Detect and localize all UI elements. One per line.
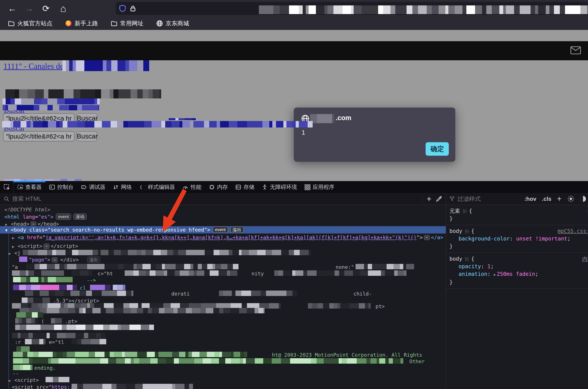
markup-redaction: [15, 324, 154, 330]
add-rule-button[interactable]: +: [557, 194, 561, 203]
bookmark-item-3[interactable]: 常用网址: [111, 20, 144, 27]
markup-fragment: derati: [171, 291, 190, 297]
rule-selector[interactable]: 元素: [449, 208, 460, 214]
tab-label: 调试器: [89, 183, 105, 191]
devtools-tab-控制台[interactable]: 控制台: [45, 181, 77, 193]
css-rule[interactable]: 元素{内}: [446, 205, 588, 225]
address-bar[interactable]: [116, 2, 588, 15]
markup-row[interactable]: ▶<j: [0, 250, 446, 257]
rule-property[interactable]: opacity: 1;: [449, 262, 588, 270]
markup-badge[interactable]: event: [56, 214, 71, 220]
bookmark-item-1[interactable]: 火狐官方站点: [8, 20, 53, 27]
markup-view[interactable]: <!DOCTYPE html><html lang="es">event滚动▶<…: [0, 205, 446, 389]
markup-row[interactable]: <html lang="es">event滚动: [0, 214, 446, 220]
markup-redaction: [13, 365, 32, 370]
markup-segment: =: [35, 214, 38, 220]
devtools-tab-网络[interactable]: 网络: [109, 181, 135, 193]
urlbar-redaction: [259, 5, 588, 14]
dark-mode-icon[interactable]: [579, 195, 587, 202]
search-placeholder: 搜索 HTML: [12, 195, 41, 203]
markup-row[interactable]: ▶<script>⋯</script>: [0, 243, 446, 250]
bookmark-label: 京东商城: [166, 20, 189, 27]
devtools-tab-样式编辑器[interactable]: { }样式编辑器: [135, 181, 179, 193]
markup-row[interactable]: "page">⋯</div>溢出: [0, 257, 446, 263]
expand-ellipsis[interactable]: ⋯: [31, 222, 36, 227]
selector-highlighter-icon[interactable]: [465, 257, 468, 261]
style-filter-bar[interactable]: 过滤样式 :hov .cls +: [446, 193, 588, 205]
markup-row[interactable]: [0, 333, 446, 340]
markup-row[interactable]: -->: [0, 277, 446, 284]
bookmark-label: 火狐官方站点: [17, 20, 53, 27]
rule-property[interactable]: background-color: unset !important;: [449, 235, 588, 242]
search-input-2[interactable]: [3, 131, 75, 141]
forward-icon[interactable]: →: [23, 0, 35, 17]
selector-highlighter-icon[interactable]: [463, 209, 466, 213]
devtools-tab-查看器[interactable]: 查看器: [13, 181, 45, 193]
bookmark-item-2[interactable]: 新手上路: [65, 20, 98, 27]
home-icon[interactable]: ⌂: [57, 0, 70, 17]
devtools-tab-存储[interactable]: 存储: [232, 181, 258, 193]
expand-arrow-icon[interactable]: ▶: [494, 273, 496, 277]
markup-badge[interactable]: 溢出: [230, 227, 244, 233]
markup-redaction: [16, 346, 30, 352]
bookmark-item-4[interactable]: 京东商城: [156, 20, 189, 27]
selector-highlighter-icon[interactable]: [465, 229, 468, 233]
paragraph-redaction-1: [2, 98, 100, 104]
markup-row[interactable]: ht@ 2003-2023 MotionPoint Corporation. A…: [0, 352, 446, 358]
rule-source-link[interactable]: 内联: [582, 255, 588, 262]
shield-icon[interactable]: [119, 4, 126, 13]
rule-selector[interactable]: body: [449, 228, 462, 234]
devtools-tab-无障碍环境[interactable]: 无障碍环境: [258, 181, 301, 193]
expand-ellipsis[interactable]: ⋯: [44, 244, 49, 249]
light-mode-icon[interactable]: [567, 195, 575, 202]
css-rule[interactable]: body{mpCSS.css:5background-color: unset …: [446, 225, 588, 253]
markup-row[interactable]: ▶<script>: [0, 377, 446, 384]
markup-row[interactable]: (.pt>: [0, 318, 446, 325]
debugger-icon: [81, 184, 87, 190]
rule-source-link[interactable]: mpCSS.css:5: [558, 227, 588, 235]
envelope-icon[interactable]: [570, 46, 581, 55]
buscar-button-2[interactable]: Buscar: [76, 131, 97, 141]
eyedropper-icon[interactable]: [436, 195, 442, 202]
markup-row[interactable]: <script src="https:.: [0, 384, 446, 389]
add-node-button[interactable]: +: [422, 194, 436, 204]
markup-fragment: -->: [87, 277, 96, 284]
markup-row-selected[interactable]: ▼<body class="search search-no-results w…: [0, 226, 446, 233]
devtools-tab-应用程序[interactable]: 应用程序: [301, 181, 338, 193]
class-toggle[interactable]: .cls: [542, 195, 551, 202]
back-icon[interactable]: ←: [6, 0, 19, 17]
tab-label: 样式编辑器: [148, 183, 175, 191]
markup-row[interactable]: --: [0, 370, 446, 377]
rule-selector[interactable]: body: [449, 256, 462, 262]
element-picker-button[interactable]: [0, 181, 13, 193]
accessibility-icon: [262, 184, 268, 190]
pseudo-class-toggle[interactable]: :hov: [525, 195, 536, 202]
markup-row[interactable]: "anone:": [0, 264, 446, 271]
styleeditor-icon: { }: [139, 184, 146, 190]
markup-redaction: [51, 318, 62, 324]
markup-row[interactable]: :re="tl: [0, 339, 446, 346]
markup-badge[interactable]: event: [213, 227, 228, 233]
markup-row[interactable]: c="htnity: [0, 270, 446, 277]
css-rule[interactable]: body{内联opacity: 1;animation: ▶250ms fade…: [446, 253, 588, 289]
devtools-tab-内存[interactable]: 内存: [205, 181, 232, 193]
reload-icon[interactable]: ⟳: [39, 0, 53, 17]
markup-row[interactable]: Other: [0, 358, 446, 365]
markup-row[interactable]: ▶<a href="ja_vascript:k='',a=!k+k,f=!a+k…: [0, 234, 446, 241]
lock-icon[interactable]: [129, 4, 137, 13]
markup-badge[interactable]: 滚动: [73, 214, 87, 220]
devtools-tab-性能[interactable]: 性能: [179, 181, 205, 193]
devtools-tabbar: 查看器控制台调试器网络{ }样式编辑器性能内存存储无障碍环境应用程序: [0, 181, 588, 193]
markup-row[interactable]: [0, 324, 446, 331]
rules-view[interactable]: 元素{内}body{mpCSS.css:5background-color: u…: [446, 205, 588, 389]
rule-property[interactable]: animation: ▶250ms fadein;: [449, 270, 588, 278]
ok-button[interactable]: 确定: [426, 142, 449, 156]
page-title-link[interactable]: 1111" - Canales de: [3, 62, 63, 71]
markup-fragment: child-: [353, 291, 372, 297]
devtools-tab-调试器[interactable]: 调试器: [77, 181, 109, 193]
expand-ellipsis[interactable]: ⋯: [424, 235, 430, 240]
title-redaction: [62, 60, 149, 71]
markup-row[interactable]: <!DOCTYPE html>: [0, 206, 446, 213]
markup-row[interactable]: deratichild-: [0, 291, 446, 297]
markup-search-bar[interactable]: 搜索 HTML +: [0, 193, 446, 205]
